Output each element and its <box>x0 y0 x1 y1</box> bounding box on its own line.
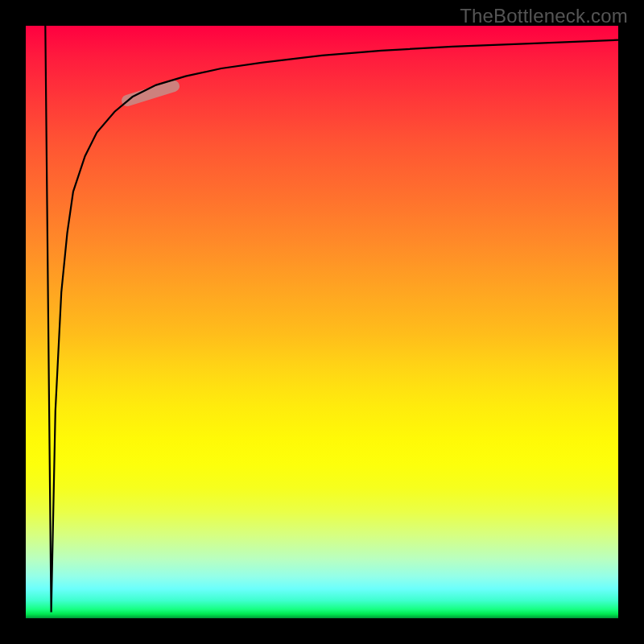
watermark-text: TheBottleneck.com <box>460 5 628 27</box>
plot-area <box>26 26 618 618</box>
chart-frame: TheBottleneck.com <box>0 0 644 644</box>
